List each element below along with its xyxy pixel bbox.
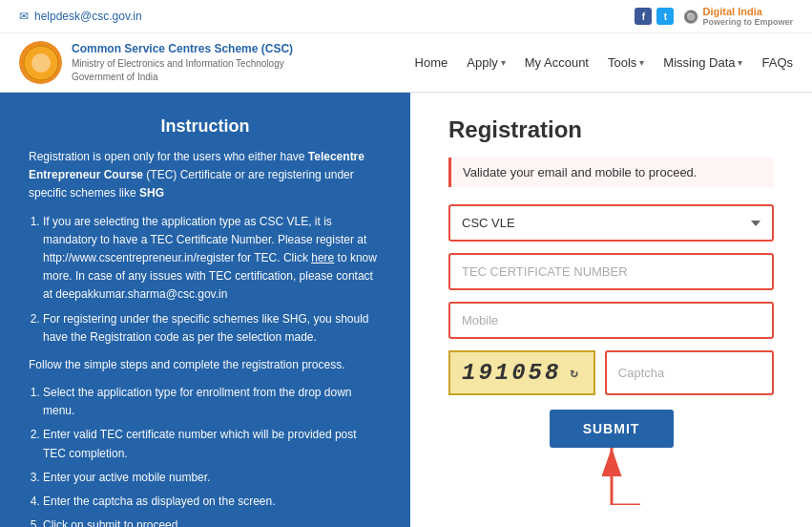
nav-home[interactable]: Home [415,51,448,74]
nav-faqs[interactable]: FAQs [761,51,793,74]
step-3: Enter your active mobile number. [43,469,382,487]
nav-apply[interactable]: Apply ▾ [467,51,506,74]
registration-panel: Registration Validate your email and mob… [410,93,812,527]
captcha-input[interactable] [605,350,774,395]
main-content: Instruction Registration is open only fo… [0,93,812,527]
main-nav: Home Apply ▾ My Account Tools ▾ Missing … [415,51,793,74]
digital-india-label: Digital India [702,6,761,17]
instruction-title: Instruction [29,116,382,137]
captcha-image: 191058 ↻ [448,350,595,395]
captcha-value: 191058 [462,360,561,386]
nav-my-account[interactable]: My Account [525,51,589,74]
captcha-refresh-icon[interactable]: ↻ [570,365,581,381]
instruction-item-1: If you are selecting the application typ… [43,213,382,305]
validation-text: Validate your email and mobile to procee… [463,165,697,179]
social-section: f t 🔘 Digital India Powering to Empower [635,6,793,27]
instruction-panel: Instruction Registration is open only fo… [0,93,410,527]
logo-area: Common Service Centres Scheme (CSC) Mini… [19,41,293,84]
validation-notice: Validate your email and mobile to procee… [448,158,774,187]
twitter-icon[interactable]: t [656,8,674,25]
step-4: Enter the captcha as displayed on the sc… [43,493,382,511]
email-section: ✉ helpdesk@csc.gov.in [19,10,142,23]
site-header: Common Service Centres Scheme (CSC) Mini… [0,33,812,93]
application-type-group: CSC VLE SHG Other [448,204,774,242]
instruction-intro: Registration is open only for the users … [29,148,382,203]
steps-list: Select the application type for enrollme… [29,384,382,527]
mobile-input[interactable] [448,302,774,339]
social-icons: f t [635,8,674,25]
digital-india-logo: 🔘 Digital India Powering to Empower [683,6,793,27]
instruction-list: If you are selecting the application typ… [29,213,382,347]
registration-title: Registration [448,116,774,143]
here-link[interactable]: here [311,251,334,264]
email-address: helpdesk@csc.gov.in [34,10,142,23]
follow-text: Follow the simple steps and complete the… [29,356,382,374]
government-name: Government of India [72,71,293,84]
step-5: Click on submit to proceed [43,516,382,527]
nav-missing-data[interactable]: Missing Data ▾ [663,51,742,74]
step-1: Select the application type for enrollme… [43,384,382,420]
tec-number-input[interactable] [448,253,774,290]
tec-number-group [448,253,774,290]
instruction-item-2: For registering under the specific schem… [43,310,382,347]
application-type-select[interactable]: CSC VLE SHG Other [448,204,774,242]
ministry-name: Ministry of Electronics and Information … [72,57,293,71]
logo-text: Common Service Centres Scheme (CSC) Mini… [72,41,293,84]
top-bar: ✉ helpdesk@csc.gov.in f t 🔘 Digital Indi… [0,0,812,33]
missing-data-caret: ▾ [738,57,742,68]
arrow-container [448,448,774,505]
tools-caret: ▾ [639,57,644,68]
mobile-group [448,302,774,339]
apply-caret: ▾ [501,57,506,68]
envelope-icon: ✉ [19,10,29,23]
digital-india-sub: Powering to Empower [702,17,793,27]
brand-name: Common Service Centres Scheme (CSC) [72,41,293,57]
captcha-group: 191058 ↻ [448,350,774,395]
step-2: Enter valid TEC certificate number which… [43,426,382,462]
facebook-icon[interactable]: f [635,8,652,25]
emblem-icon [19,41,62,84]
submit-arrow [573,429,650,505]
nav-tools[interactable]: Tools ▾ [608,51,644,74]
